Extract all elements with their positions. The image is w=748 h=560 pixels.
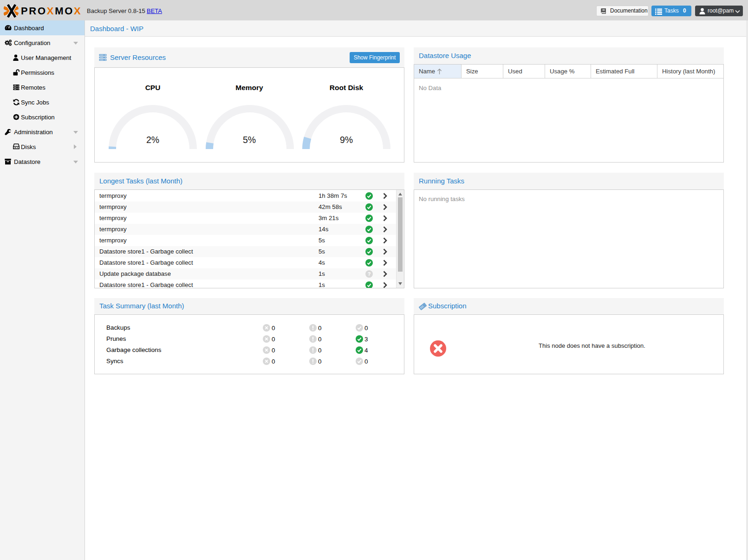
- svg-text:?: ?: [368, 271, 371, 277]
